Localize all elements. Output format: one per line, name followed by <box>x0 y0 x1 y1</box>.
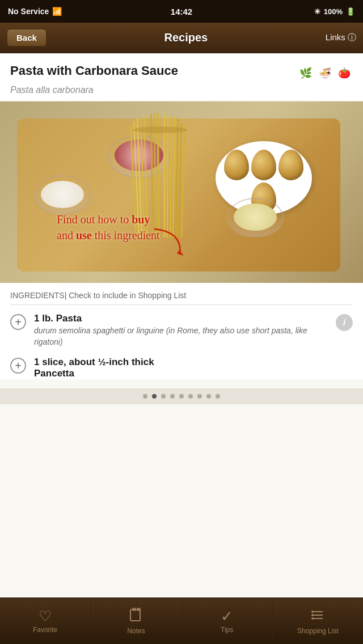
svg-point-24 <box>311 614 314 616</box>
shopping-icon <box>310 608 325 625</box>
status-bar: No Service 📶 14:42 ✳ 100% 🔋 <box>0 0 363 23</box>
recipe-image[interactable]: Find out how to buy and use this ingredi… <box>0 101 363 283</box>
svg-rect-17 <box>130 609 140 621</box>
nav-title: Recipes <box>164 31 208 44</box>
battery-icon: 🔋 <box>346 7 355 16</box>
svg-line-12 <box>179 123 182 238</box>
tab-tips[interactable]: ✓ Tips <box>182 598 272 644</box>
ingredient-add-button-2[interactable]: + <box>10 358 26 374</box>
dot-3[interactable] <box>170 394 175 399</box>
wifi-icon: 📶 <box>52 7 62 16</box>
herb-icon: 🌿 <box>297 65 314 82</box>
image-background <box>0 101 363 283</box>
notes-label: Notes <box>127 627 145 635</box>
shopping-label: Shopping List <box>297 627 339 635</box>
svg-point-15 <box>133 126 187 133</box>
svg-line-6 <box>170 116 171 238</box>
dot-8[interactable] <box>216 394 220 399</box>
ingredient-text-2: 1 slice, about ½-inch thick Pancetta <box>34 357 353 379</box>
links-button[interactable]: Links ⓘ <box>326 32 356 43</box>
ingredient-add-button-1[interactable]: + <box>10 314 26 330</box>
cheese-bowl <box>227 198 289 243</box>
bluetooth-icon: ✳ <box>314 7 320 16</box>
ingredient-icons: 🌿 🍜 🍅 <box>297 65 353 82</box>
pasta-strands <box>108 113 210 238</box>
carrier-label: No Service <box>8 7 49 16</box>
svg-line-7 <box>176 118 178 238</box>
tab-bar: ♡ Favorite Notes ✓ Tips <box>0 598 363 644</box>
status-time: 14:42 <box>171 7 192 16</box>
ingredients-header: INGREDIENTS| Check to include in Shoppin… <box>10 291 353 305</box>
recipe-title: Pasta with Carbonara Sauce <box>10 63 292 78</box>
tips-label: Tips <box>221 626 233 634</box>
status-left: No Service 📶 <box>8 7 62 16</box>
nav-bar: Back Recipes Links ⓘ <box>0 23 363 53</box>
ingredient-item-2: + 1 slice, about ½-inch thick Pancetta <box>10 357 353 379</box>
tips-icon: ✓ <box>221 609 233 624</box>
tab-favorite[interactable]: ♡ Favorite <box>0 598 90 644</box>
svg-line-14 <box>173 117 175 238</box>
tab-notes[interactable]: Notes <box>91 598 181 644</box>
back-button[interactable]: Back <box>7 29 47 46</box>
ingredient-text-1: 1 lb. Pasta durum semolina spaghetti or … <box>34 313 336 348</box>
ingredients-section: INGREDIENTS| Check to include in Shoppin… <box>0 283 363 379</box>
dot-4[interactable] <box>179 394 184 399</box>
recipe-subtitle: Pasta alla carbonara <box>10 85 353 95</box>
dot-0[interactable] <box>143 394 147 399</box>
favorite-label: Favorite <box>33 626 57 634</box>
svg-point-25 <box>311 617 314 620</box>
dot-5[interactable] <box>188 394 193 399</box>
dot-7[interactable] <box>206 394 211 399</box>
ingredient-item: + 1 lb. Pasta durum semolina spaghetti o… <box>10 313 353 348</box>
ingredient-name-1: 1 lb. Pasta <box>34 313 336 324</box>
battery-label: 100% <box>324 7 343 16</box>
svg-point-23 <box>311 611 314 613</box>
dot-6[interactable] <box>197 394 202 399</box>
recipe-header: Pasta with Carbonara Sauce 🌿 🍜 🍅 Pasta a… <box>0 53 363 101</box>
favorite-icon: ♡ <box>39 609 52 624</box>
content-area: Pasta with Carbonara Sauce 🌿 🍜 🍅 Pasta a… <box>0 53 363 598</box>
svg-line-8 <box>182 124 185 238</box>
notes-icon <box>129 608 143 625</box>
dot-2[interactable] <box>161 394 166 399</box>
cream-bowl <box>34 175 96 221</box>
recipe-title-row: Pasta with Carbonara Sauce 🌿 🍜 🍅 <box>10 63 353 82</box>
dot-1[interactable] <box>152 394 157 399</box>
page-dots <box>0 388 363 404</box>
tab-shopping[interactable]: Shopping List <box>273 598 363 644</box>
cutting-board <box>17 118 340 272</box>
status-right: ✳ 100% 🔋 <box>314 7 355 16</box>
svg-line-11 <box>167 115 168 238</box>
ingredient-info-button-1[interactable]: i <box>336 314 353 331</box>
ingredient-name-2b: Pancetta <box>34 368 353 379</box>
ingredient-desc-1: durum semolina spaghetti or linguine (in… <box>34 325 336 348</box>
ingredients-title: INGREDIENTS <box>10 291 65 300</box>
pasta-icon: 🍜 <box>316 65 334 82</box>
ingredient-name-2: 1 slice, about ½-inch thick <box>34 357 353 368</box>
tomato-icon: 🍅 <box>336 65 353 82</box>
ingredients-subheader: | Check to include in Shopping List <box>65 291 187 300</box>
